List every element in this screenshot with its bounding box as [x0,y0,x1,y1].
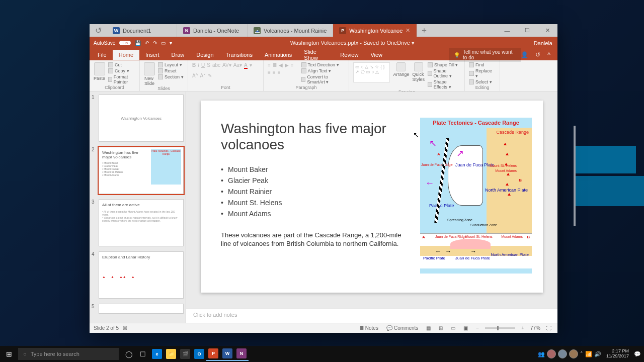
format-painter-button[interactable]: Format Painter [108,74,135,84]
indent-inc-button[interactable]: ▶ [285,62,289,68]
slide-canvas-area[interactable]: Washington has five major volcanoes ↖ Mo… [186,92,557,309]
justify-button[interactable]: ≡ [278,70,281,75]
cortana-speak-icon[interactable]: ◯ [122,347,136,361]
align-center-button[interactable]: ≡ [268,70,271,75]
char-spacing-button[interactable]: AV▾ [222,62,231,68]
slide-paragraph[interactable]: These volcanoes are part of the Cascade … [221,231,402,248]
spellcheck-icon[interactable]: ☒ [123,325,127,331]
qat-startfrombeg-icon[interactable]: ▭ [161,40,166,46]
strike-button[interactable]: S [207,62,210,68]
ribbon-tab-view[interactable]: View [364,50,388,60]
quick-styles-button[interactable]: Quick Styles [412,62,425,82]
thumbnail-4[interactable]: Eruption and Lahar History ▲▲▲▲▲ [99,251,184,299]
align-left-button[interactable]: ≡ [291,62,294,68]
align-text-button[interactable]: Align Text ▾ [301,68,345,73]
set-tab-word[interactable]: WDocument1 [107,24,177,37]
ribbon-tab-home[interactable]: Home [113,50,139,60]
reset-button[interactable]: Reset [158,68,184,73]
font-color-button[interactable]: A [244,62,248,69]
qat-redo-icon[interactable]: ↷ [153,40,157,46]
shapes-gallery[interactable]: ▭ ○ △ ↘ ☆ { } ↗ ⬠ ▭ ○ △ [353,62,390,82]
minimize-button[interactable]: — [497,24,517,37]
arrange-button[interactable]: Arrange [393,62,409,77]
ribbon-tab-insert[interactable]: Insert [139,50,166,60]
ribbon-tab-design[interactable]: Design [190,50,219,60]
thumbnail-1[interactable]: Washington Volcanoes [99,95,184,142]
comments-toggle[interactable]: 💬 Comments [384,325,420,331]
zoom-out-button[interactable]: − [474,325,481,331]
tray-avatar-2[interactable] [558,349,567,358]
slide-thumbnail-panel[interactable]: 1 Washington Volcanoes 2 Washington has … [90,92,186,323]
ribbon-tab-transitions[interactable]: Transitions [220,50,259,60]
thumbnail-5[interactable] [99,304,184,314]
shadow-button[interactable]: abc [212,62,220,68]
smartart-button[interactable]: Convert to SmartArt ▾ [301,74,345,84]
slide-bullets[interactable]: Mount Baker Glacier Peak Mount Rainier M… [221,164,387,219]
qat-undo-icon[interactable]: ↶ [145,40,149,46]
taskbar-clock[interactable]: 2:17 PM11/29/2017 [603,349,632,359]
layout-button[interactable]: Layout ▾ [158,62,184,67]
thumbnail-2[interactable]: Washington has five major volcanoes Plat… [99,147,184,194]
zoom-slider[interactable] [485,327,515,329]
share-icon[interactable]: 👤 [521,51,528,58]
sorter-view-icon[interactable]: ⊞ [437,325,445,331]
copy-button[interactable]: Copy ▾ [108,68,135,73]
maximize-button[interactable]: ☐ [517,24,537,37]
indent-dec-button[interactable]: ◀ [279,62,283,68]
autosave-toggle[interactable]: On [119,41,131,45]
set-tab-browser[interactable]: 🗻Volcanoes - Mount Rainie [248,24,333,37]
ribbon-tab-review[interactable]: Review [334,50,364,60]
ribbon-tab-draw[interactable]: Draw [166,50,191,60]
align-right-button[interactable]: ≡ [273,70,276,75]
file-explorer-icon[interactable]: 📁 [164,347,178,361]
shape-effects-button[interactable]: Shape Effects ▾ [428,79,460,89]
normal-view-icon[interactable]: ▦ [424,325,433,331]
tray-overflow-icon[interactable]: ˄ [580,351,583,357]
bullets-button[interactable]: ≡ [268,62,271,68]
outlook-icon[interactable]: O [192,347,206,361]
select-button[interactable]: Select ▾ [469,79,496,84]
ribbon-tab-animations[interactable]: Animations [259,50,298,60]
underline-button[interactable]: U [201,62,205,68]
ribbon-tab-file[interactable]: File [92,50,113,60]
section-button[interactable]: Section ▾ [158,74,184,79]
italic-button[interactable]: I [198,62,199,68]
set-tab-powerpoint[interactable]: PWashington Volcanoe✕ [333,24,417,37]
tray-avatar-1[interactable] [547,349,556,358]
people-icon[interactable]: 👥 [538,351,545,357]
numbering-button[interactable]: ≣ [273,62,277,68]
user-name[interactable]: Daniela [529,40,557,46]
action-center-icon[interactable]: 💬 [634,351,641,357]
slide-number-status[interactable]: Slide 2 of 5 [94,325,119,331]
text-direction-button[interactable]: Text Direction ▾ [301,62,345,67]
collapse-ribbon-icon[interactable]: ^ [547,51,550,58]
movies-icon[interactable]: 🎬 [178,347,192,361]
notes-toggle[interactable]: ≣ Notes [358,325,380,331]
edge-icon[interactable]: e [150,347,164,361]
font-size-down-button[interactable]: A˅ [200,73,206,78]
clear-format-button[interactable]: ✎ [208,73,212,78]
font-size-up-button[interactable]: A^ [192,73,198,78]
cut-button[interactable]: Cut [108,62,135,67]
zoom-value[interactable]: 77% [530,325,540,331]
tray-network-icon[interactable]: 📶 [585,351,592,357]
notes-pane[interactable]: Click to add notes [186,309,557,323]
close-window-button[interactable]: ✕ [537,24,557,37]
thumbnail-3[interactable]: All of them are active • All of them exc… [99,199,184,246]
fit-window-icon[interactable]: ⛶ [544,325,553,331]
shape-outline-button[interactable]: Shape Outline ▾ [428,68,460,78]
new-slide-button[interactable]: New Slide [144,62,155,86]
task-view-icon[interactable]: ☐ [136,347,150,361]
close-tab-icon[interactable]: ✕ [406,27,410,34]
slideshow-view-icon[interactable]: ▣ [461,325,470,331]
history-ribbon-icon[interactable]: ↺ [535,51,540,58]
paste-button[interactable]: Paste [94,62,105,81]
history-icon[interactable]: ↺ [90,24,107,37]
case-button[interactable]: Aa▾ [233,62,242,68]
new-tab-button[interactable]: ＋ [417,24,432,37]
taskbar-search[interactable]: ○ Type here to search [18,348,119,360]
onenote-taskbar-icon[interactable]: N [234,347,249,361]
tray-avatar-3[interactable] [569,349,578,358]
set-tab-onenote[interactable]: NDaniela - OneNote [177,24,248,37]
zoom-in-button[interactable]: + [519,325,526,331]
